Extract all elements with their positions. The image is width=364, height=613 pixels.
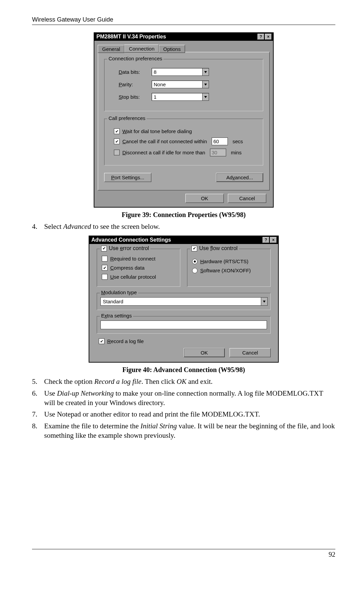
close-icon[interactable]: × xyxy=(270,237,277,243)
step-num: 6. xyxy=(32,388,44,409)
disconnect-mins-input: 30 xyxy=(210,149,226,156)
use-flow-control-label: Use flow control xyxy=(199,245,238,251)
cellular-checkbox[interactable] xyxy=(102,274,108,280)
use-error-control-checkbox[interactable]: ✔ xyxy=(101,246,107,251)
hardware-radio[interactable] xyxy=(192,259,198,264)
record-log-label: Record a log file xyxy=(107,338,144,344)
mins-label: mins xyxy=(231,150,242,155)
step-7: Use Notepad or another editor to read an… xyxy=(44,408,335,420)
svg-marker-2 xyxy=(204,96,207,98)
advanced-button[interactable]: Advanced... xyxy=(216,173,263,182)
step-num: 4. xyxy=(32,221,44,232)
chevron-down-icon[interactable] xyxy=(202,81,209,88)
use-error-control-label: Use error control xyxy=(109,245,149,251)
extra-settings-label: Extra settings xyxy=(100,313,133,318)
data-bits-select[interactable]: 8 xyxy=(152,68,209,76)
step-num: 5. xyxy=(32,376,44,387)
chevron-down-icon[interactable] xyxy=(202,93,209,100)
stop-bits-label: Stop bits: xyxy=(119,94,146,100)
secs-label: secs xyxy=(233,139,243,144)
ok-button[interactable]: OK xyxy=(184,348,225,357)
required-checkbox[interactable] xyxy=(102,256,108,262)
parity-select[interactable]: None xyxy=(152,81,209,88)
step-6: Use Dial-up Networking to make your on-l… xyxy=(44,388,335,409)
connection-preferences: Connection preferences Data bits: 8 Pari… xyxy=(104,59,263,111)
step-8: Examine the file to determine the Initia… xyxy=(44,420,335,441)
group-title: Connection preferences xyxy=(107,56,163,61)
required-label: Required to connect xyxy=(110,256,155,262)
cancel-button[interactable]: Cancel xyxy=(230,348,271,357)
modulation-group: Modulation type Standard xyxy=(97,293,271,310)
step-num: 7. xyxy=(32,408,44,420)
extra-settings-input[interactable] xyxy=(100,320,267,329)
help-icon[interactable]: ? xyxy=(257,34,264,40)
step-num: 8. xyxy=(32,420,44,441)
error-control-group: ✔ Use error control Required to connect … xyxy=(97,249,180,287)
figure-40-caption: Figure 40: Advanced Connection (W95/98) xyxy=(32,366,335,374)
close-icon[interactable]: × xyxy=(265,34,272,40)
wait-label: Wait for dial tone before dialing xyxy=(122,128,192,134)
chevron-down-icon[interactable] xyxy=(261,298,267,305)
cellular-label: Use cellular protocol xyxy=(110,274,156,280)
modulation-select[interactable]: Standard xyxy=(100,297,268,306)
cancel-button[interactable]: Cancel xyxy=(228,194,266,203)
record-log-checkbox[interactable]: ✔ xyxy=(99,338,104,344)
group-title: Call preferences xyxy=(107,115,147,121)
dialog-title: PM288MT II V.34 Properties xyxy=(96,34,166,40)
software-label: Software (XON/XOFF) xyxy=(200,268,251,273)
svg-marker-1 xyxy=(204,84,207,86)
cancel-secs-input[interactable]: 60 xyxy=(212,137,228,145)
tab-connection[interactable]: Connection xyxy=(124,44,159,53)
hardware-label: Hardware (RTS/CTS) xyxy=(200,258,248,264)
step-4: Select Advanced to see the screen below. xyxy=(44,221,160,232)
parity-label: Parity: xyxy=(119,82,146,87)
titlebar: Advanced Connection Settings ? × xyxy=(89,236,278,244)
help-icon[interactable]: ? xyxy=(263,237,269,243)
disconnect-checkbox[interactable] xyxy=(114,150,120,155)
compress-checkbox[interactable]: ✔ xyxy=(102,265,108,271)
tab-options[interactable]: Options xyxy=(159,45,185,53)
data-bits-label: Data bits: xyxy=(119,69,146,75)
cancel-label: Cancel the call if not connected within xyxy=(122,139,207,144)
call-preferences: Call preferences ✔ Wait for dial tone be… xyxy=(104,119,263,165)
doc-header: Wireless Gateway User Guide xyxy=(32,16,335,25)
wait-checkbox[interactable]: ✔ xyxy=(114,128,120,134)
properties-dialog: PM288MT II V.34 Properties ? × General C… xyxy=(94,32,274,208)
use-flow-control-checkbox[interactable]: ✔ xyxy=(191,246,197,251)
port-settings-button[interactable]: Port Settings... xyxy=(104,173,151,182)
modulation-label: Modulation type xyxy=(100,289,138,295)
compress-label: Compress data xyxy=(110,265,145,271)
dialog-title: Advanced Connection Settings xyxy=(91,237,171,243)
flow-control-group: ✔ Use flow control Hardware (RTS/CTS) So… xyxy=(187,249,271,287)
advanced-connection-dialog: Advanced Connection Settings ? × ✔ Use e… xyxy=(89,236,279,363)
software-radio[interactable] xyxy=(192,268,198,273)
chevron-down-icon[interactable] xyxy=(202,68,209,75)
figure-39-caption: Figure 39: Connection Properties (W95/98… xyxy=(32,211,335,219)
svg-marker-0 xyxy=(204,71,207,73)
page-number: 92 xyxy=(32,549,335,558)
tab-general[interactable]: General xyxy=(98,45,124,53)
stop-bits-select[interactable]: 1 xyxy=(152,93,209,101)
ok-button[interactable]: OK xyxy=(185,194,224,203)
svg-marker-3 xyxy=(263,301,266,303)
titlebar: PM288MT II V.34 Properties ? × xyxy=(94,33,273,41)
disconnect-label: Disconnect a call if idle for more than xyxy=(122,150,205,155)
cancel-checkbox[interactable]: ✔ xyxy=(114,139,120,144)
step-5: Check the option Record a log file. Then… xyxy=(44,376,335,387)
extra-settings-group: Extra settings xyxy=(97,316,271,334)
